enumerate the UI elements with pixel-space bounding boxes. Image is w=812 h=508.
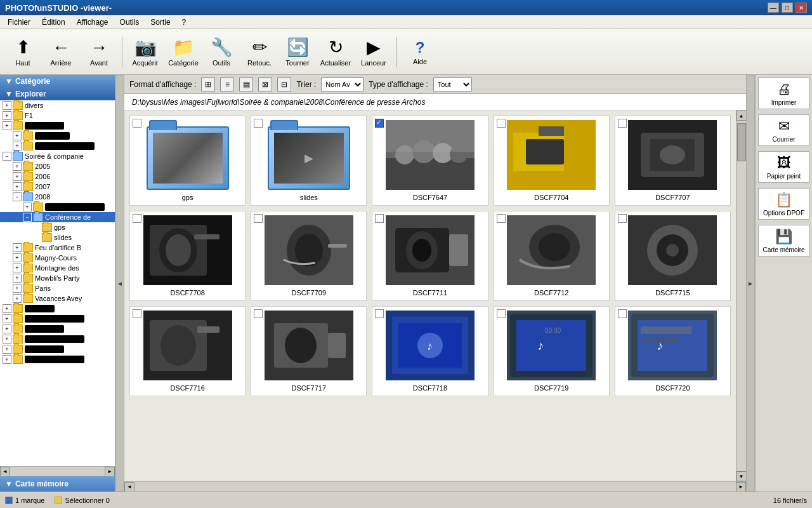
tree-item-divers[interactable]: + divers: [0, 100, 115, 110]
expand-r6[interactable]: +: [3, 314, 11, 323]
tree-item-r1[interactable]: + ████████: [0, 121, 115, 131]
view-btn-5[interactable]: ⊟: [277, 77, 291, 91]
expand-vacances[interactable]: +: [13, 294, 22, 303]
tree-item-2008[interactable]: − 2008: [0, 192, 115, 202]
checkbox-dscf7708[interactable]: [133, 214, 141, 223]
expand-paris[interactable]: +: [13, 284, 22, 293]
checkbox-dscf7715[interactable]: [618, 214, 627, 223]
tree-item-r4[interactable]: + ████████████: [0, 202, 115, 212]
expand-r3[interactable]: +: [13, 142, 22, 150]
tree-item-2006[interactable]: + 2006: [0, 171, 115, 182]
expand-soiree[interactable]: −: [3, 152, 11, 161]
courrier-button[interactable]: ✉ Courrier: [758, 114, 809, 146]
checkbox-dscf7720[interactable]: [618, 309, 627, 318]
view-btn-3[interactable]: ▤: [239, 77, 253, 91]
tree-item-montagne[interactable]: + Montagne des: [0, 263, 115, 273]
expand-conf[interactable]: −: [23, 213, 32, 222]
arriere-button[interactable]: ← Arrière: [43, 32, 79, 72]
menu-fichier[interactable]: Fichier: [3, 17, 36, 28]
trier-select[interactable]: Nom Av Nom Dé Date Av Date Dé: [321, 77, 363, 91]
checkbox-dscf7718[interactable]: [375, 309, 384, 318]
photo-item-dscf7708[interactable]: DSCF7708: [129, 211, 246, 301]
tree-item-r8[interactable]: + ████████████: [0, 334, 115, 344]
expand-r4[interactable]: +: [23, 203, 32, 211]
acquerir-button[interactable]: 📷 Acquérir: [128, 32, 163, 72]
photo-item-dscf7719[interactable]: ♪ 00:00 DSCF7719: [494, 306, 610, 396]
actualiser-button[interactable]: ↻ Actualiser: [318, 32, 353, 72]
view-btn-2[interactable]: ≡: [220, 77, 234, 91]
type-select[interactable]: Tout Photos Vidéos: [433, 77, 472, 91]
tree-item-magny[interactable]: + Magny-Cours: [0, 253, 115, 263]
checkbox-dscf7716[interactable]: [133, 309, 141, 318]
menu-affichage[interactable]: Affichage: [72, 17, 114, 28]
photo-item-slides[interactable]: ▶ slides: [251, 116, 367, 206]
minimize-button[interactable]: —: [768, 3, 779, 13]
explorer-header[interactable]: ▼ Explorer: [0, 88, 115, 100]
tree-item-r2[interactable]: + ███████: [0, 131, 115, 141]
checkbox-dscf7707[interactable]: [618, 119, 627, 128]
tourner-button[interactable]: 🔄 Tourner: [280, 32, 315, 72]
checkbox-dscf7704[interactable]: [497, 119, 506, 128]
expand-montagne[interactable]: +: [13, 264, 22, 272]
sidebar-hscroll-left[interactable]: ◄: [0, 467, 10, 477]
photo-item-dscf7707[interactable]: DSCF7707: [615, 116, 731, 206]
checkbox-dscf7717[interactable]: [254, 309, 263, 318]
tree-item-vacances[interactable]: + Vacances Avey: [0, 293, 115, 304]
status-select-checkbox[interactable]: [55, 497, 62, 504]
expand-r9[interactable]: +: [3, 345, 11, 354]
carte-memoire-header[interactable]: ▼ Carte mémoire: [0, 476, 115, 491]
checkbox-dscf7719[interactable]: [497, 309, 506, 318]
expand-r5[interactable]: +: [3, 304, 11, 313]
expand-2008[interactable]: −: [13, 192, 22, 201]
papier-peint-button[interactable]: 🖼 Papier peint: [758, 151, 809, 183]
photo-item-dscf7715[interactable]: DSCF7715: [615, 211, 731, 301]
options-dpof-button[interactable]: 📋 Options DPOF: [758, 188, 809, 220]
window-controls[interactable]: — □ ✕: [768, 3, 807, 13]
expand-2006[interactable]: +: [13, 172, 22, 181]
photo-item-dscf7716[interactable]: DSCF7716: [129, 306, 246, 396]
checkbox-dscf7711[interactable]: [375, 214, 384, 223]
menu-outils[interactable]: Outils: [115, 17, 145, 28]
expand-feu[interactable]: +: [13, 243, 22, 252]
scroll-up-arrow[interactable]: ▲: [737, 110, 747, 121]
expand-r7[interactable]: +: [3, 324, 11, 333]
photo-item-dscf7709[interactable]: DSCF7709: [251, 211, 367, 301]
menu-edition[interactable]: Édition: [37, 17, 70, 28]
expand-magny[interactable]: +: [13, 253, 22, 262]
tree-item-f1[interactable]: + F1: [0, 110, 115, 121]
expand-divers[interactable]: +: [3, 101, 11, 110]
categorie-button[interactable]: 📁 Catégorie: [166, 32, 201, 72]
hscroll-right[interactable]: ►: [736, 482, 746, 492]
view-btn-1[interactable]: ⊞: [201, 77, 215, 91]
photo-item-dscf7647[interactable]: DSCF7647: [372, 116, 488, 206]
tree-item-soiree[interactable]: − Soirée & companie: [0, 151, 115, 161]
status-mark-checkbox[interactable]: [5, 497, 13, 504]
scroll-thumb[interactable]: [737, 123, 746, 161]
tree-item-paris[interactable]: + Paris: [0, 283, 115, 293]
expand-r10[interactable]: +: [3, 355, 11, 364]
expand-2007[interactable]: +: [13, 182, 22, 191]
tree-item-feu[interactable]: + Feu d'artifice B: [0, 243, 115, 253]
checkbox-gps[interactable]: [133, 119, 141, 128]
tree-item-r6[interactable]: + ████████████: [0, 314, 115, 324]
tree-item-r3[interactable]: + ████████████: [0, 141, 115, 151]
tree-item-r9[interactable]: + ████████: [0, 344, 115, 354]
tree-item-slides[interactable]: slides: [0, 232, 115, 243]
photo-item-gps[interactable]: gps: [129, 116, 246, 206]
tree-item-r7[interactable]: + ████████: [0, 324, 115, 334]
scroll-down-arrow[interactable]: ▼: [737, 471, 747, 481]
outils-button[interactable]: 🔧 Outils: [204, 32, 239, 72]
avant-button[interactable]: → Avant: [81, 32, 117, 72]
photo-item-dscf7717[interactable]: DSCF7717: [251, 306, 367, 396]
photo-item-dscf7711[interactable]: DSCF7711: [372, 211, 488, 301]
imprimer-button[interactable]: 🖨 Imprimer: [758, 77, 809, 109]
vertical-scrollbar[interactable]: ▲ ▼: [736, 110, 746, 481]
expand-r1[interactable]: +: [3, 121, 11, 130]
aide-button[interactable]: ? Aide: [402, 32, 438, 72]
close-button[interactable]: ✕: [796, 3, 807, 13]
checkbox-dscf7712[interactable]: [497, 214, 506, 223]
photo-item-dscf7718[interactable]: ♪ DSCF7718: [372, 306, 488, 396]
photo-item-dscf7720[interactable]: ♪ DSCF7720: [615, 306, 731, 396]
carte-memoire-button[interactable]: 💾 Carte mémoire: [758, 225, 809, 257]
tree-item-mowbli[interactable]: + Mowbli's Party: [0, 273, 115, 283]
